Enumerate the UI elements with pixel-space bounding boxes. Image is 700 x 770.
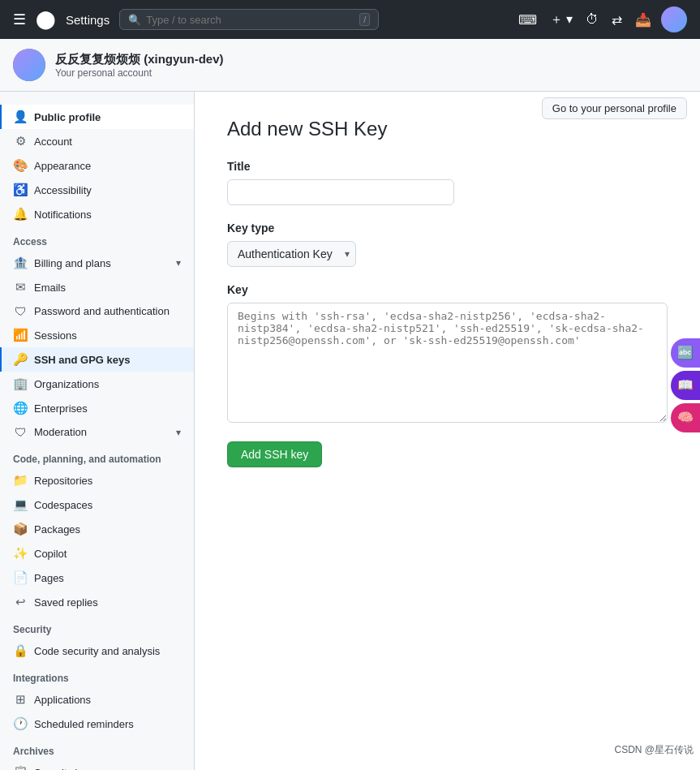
add-ssh-key-button[interactable]: Add SSH key <box>227 441 322 467</box>
sidebar-section-archives: 📋 Security log 📋 Sponsorship log <box>0 760 194 770</box>
sidebar-item-sessions[interactable]: 📶 Sessions <box>0 323 194 347</box>
header-subtitle: Your personal account <box>55 67 224 79</box>
pr-icon-btn[interactable]: ⇄ <box>608 9 625 31</box>
search-shortcut: / <box>359 13 370 26</box>
sidebar-item-public-profile[interactable]: 👤 Public profile <box>0 105 194 129</box>
key-label: Key <box>227 283 668 296</box>
applications-icon: ⊞ <box>13 692 28 707</box>
sidebar-item-label: Emails <box>34 282 66 294</box>
sidebar-item-applications[interactable]: ⊞ Applications <box>0 687 194 712</box>
main-content-area: Add new SSH Key Title Key type Authentic… <box>195 92 700 770</box>
sidebar-item-billing[interactable]: 🏦 Billing and plans ▾ <box>0 251 194 275</box>
palette-icon: 🎨 <box>13 158 28 173</box>
go-to-profile-button[interactable]: Go to your personal profile <box>542 97 687 119</box>
chevron-down-icon: ▾ <box>176 257 181 269</box>
settings-sidebar: 👤 Public profile ⚙ Account 🎨 Appearance … <box>0 92 195 770</box>
section-label-security: Security <box>0 614 194 639</box>
key-textarea[interactable] <box>227 303 668 423</box>
bell-icon: 🔔 <box>13 207 28 222</box>
sidebar-item-pages[interactable]: 📄 Pages <box>0 566 194 590</box>
sidebar-section-security: 🔒 Code security and analysis <box>0 639 194 663</box>
lock-icon: 🔒 <box>13 643 28 658</box>
inbox-icon-btn[interactable]: 📥 <box>632 9 655 31</box>
issue-icon-btn[interactable]: ⏱ <box>582 9 602 30</box>
sidebar-item-saved-replies[interactable]: ↩ Saved replies <box>0 590 194 614</box>
sidebar-item-organizations[interactable]: 🏢 Organizations <box>0 372 194 396</box>
title-label: Title <box>227 160 668 173</box>
sidebar-item-accessibility[interactable]: ♿ Accessibility <box>0 178 194 202</box>
sidebar-item-label: Moderation <box>34 426 87 438</box>
section-label-code: Code, planning, and automation <box>0 444 194 468</box>
sidebar-item-security-log[interactable]: 📋 Security log <box>0 760 194 770</box>
sidebar-item-label: Enterprises <box>34 402 88 415</box>
org-icon: 🏢 <box>13 376 28 391</box>
sidebar-item-appearance[interactable]: 🎨 Appearance <box>0 153 194 178</box>
sidebar-item-label: Password and authentication <box>34 305 170 317</box>
gear-icon: ⚙ <box>13 134 28 148</box>
floating-buttons: 🔤 📖 🧠 <box>671 338 700 432</box>
sidebar-item-emails[interactable]: ✉ Emails <box>0 275 194 299</box>
float-btn-bookmark[interactable]: 📖 <box>671 371 700 400</box>
person-icon: 👤 <box>13 110 28 124</box>
page-layout: 👤 Public profile ⚙ Account 🎨 Appearance … <box>0 92 700 770</box>
key-type-wrapper: Authentication Key Signing Key ▾ <box>227 241 356 267</box>
sidebar-item-label: Public profile <box>34 111 101 123</box>
watermark: CSDN @星石传说 <box>614 743 694 757</box>
terminal-icon-btn[interactable]: ⌨ <box>515 9 540 31</box>
moderation-icon: 🛡 <box>13 425 28 439</box>
search-input[interactable] <box>146 14 354 26</box>
github-logo-icon[interactable]: ⬤ <box>36 9 56 30</box>
user-avatar-btn[interactable] <box>661 6 687 32</box>
copilot-icon: ✨ <box>13 546 28 561</box>
settings-header: 反反复复烦烦烦 (xingyun-dev) Your personal acco… <box>0 39 700 92</box>
sidebar-item-account[interactable]: ⚙ Account <box>0 129 194 153</box>
brain-icon: 🧠 <box>677 410 694 425</box>
search-bar[interactable]: 🔍 / <box>119 9 379 30</box>
repo-icon: 📁 <box>13 473 28 488</box>
sidebar-item-codespaces[interactable]: 💻 Codespaces <box>0 493 194 517</box>
sidebar-item-copilot[interactable]: ✨ Copilot <box>0 541 194 566</box>
section-label-integrations: Integrations <box>0 663 194 687</box>
hamburger-icon[interactable]: ☰ <box>13 11 26 28</box>
sidebar-item-label: Appearance <box>34 160 91 172</box>
nav-settings-label: Settings <box>66 13 110 27</box>
sidebar-item-moderation[interactable]: 🛡 Moderation ▾ <box>0 420 194 444</box>
sidebar-item-enterprises[interactable]: 🌐 Enterprises <box>0 396 194 420</box>
sidebar-item-password[interactable]: 🛡 Password and authentication <box>0 299 194 323</box>
section-label-archives: Archives <box>0 736 194 760</box>
sidebar-item-notifications[interactable]: 🔔 Notifications <box>0 202 194 226</box>
sidebar-section-access: 🏦 Billing and plans ▾ ✉ Emails 🛡 Passwor… <box>0 251 194 444</box>
page-title: Add new SSH Key <box>227 118 668 140</box>
plus-icon-btn[interactable]: ＋ ▾ <box>547 8 576 32</box>
slash-kbd: / <box>359 13 370 26</box>
nav-right-actions: ⌨ ＋ ▾ ⏱ ⇄ 📥 <box>515 6 687 32</box>
sidebar-item-repositories[interactable]: 📁 Repositories <box>0 468 194 493</box>
chevron-down-icon: ▾ <box>176 427 181 438</box>
sidebar-item-code-security[interactable]: 🔒 Code security and analysis <box>0 639 194 663</box>
float-btn-translate[interactable]: 🔤 <box>671 338 700 368</box>
title-input[interactable] <box>227 179 454 205</box>
sessions-icon: 📶 <box>13 328 28 342</box>
sidebar-item-label: Billing and plans <box>34 257 111 269</box>
codespaces-icon: 💻 <box>13 497 28 512</box>
avatar-image <box>13 49 45 81</box>
sidebar-section-general: 👤 Public profile ⚙ Account 🎨 Appearance … <box>0 105 194 226</box>
sidebar-item-scheduled-reminders[interactable]: 🕐 Scheduled reminders <box>0 712 194 736</box>
sidebar-item-ssh[interactable]: 🔑 SSH and GPG keys <box>0 347 194 372</box>
security-log-icon: 📋 <box>13 765 28 770</box>
billing-icon: 🏦 <box>13 256 28 270</box>
sidebar-item-label: Code security and analysis <box>34 645 160 657</box>
sidebar-item-label: Sessions <box>34 329 77 342</box>
sidebar-item-label: Organizations <box>34 378 99 390</box>
key-type-select[interactable]: Authentication Key Signing Key <box>227 241 356 267</box>
key-type-label: Key type <box>227 222 668 234</box>
float-btn-brain[interactable]: 🧠 <box>671 403 700 432</box>
sidebar-item-packages[interactable]: 📦 Packages <box>0 517 194 541</box>
user-text-info: 反反复复烦烦烦 (xingyun-dev) Your personal acco… <box>55 52 224 79</box>
bookmark-icon: 📖 <box>677 377 694 393</box>
enterprise-icon: 🌐 <box>13 401 28 415</box>
sidebar-item-label: Saved replies <box>34 596 98 609</box>
sidebar-item-label: Notifications <box>34 209 92 221</box>
sidebar-item-label: Packages <box>34 523 80 536</box>
sidebar-item-label: Scheduled reminders <box>34 718 134 730</box>
